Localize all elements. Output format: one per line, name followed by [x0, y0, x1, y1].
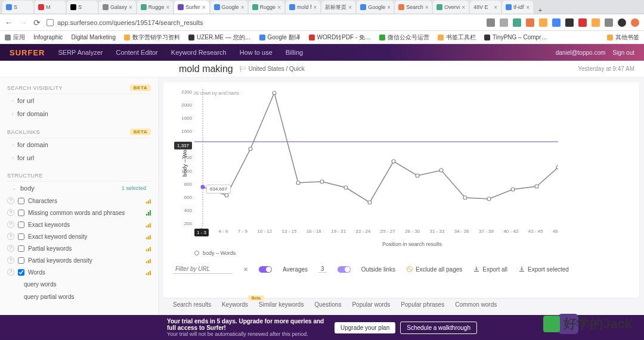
metric-exact-density[interactable]: ?Exact keyword density [7, 230, 151, 242]
tab[interactable]: Search× [395, 1, 432, 14]
ext-icon[interactable] [539, 18, 547, 27]
bookmark[interactable]: 书签工具栏 [438, 33, 476, 42]
upgrade-button[interactable]: Upgrade your plan [335, 322, 395, 333]
tab[interactable]: Galaxy× [99, 1, 136, 14]
ext-icon[interactable] [500, 18, 508, 27]
outside-toggle[interactable] [338, 266, 351, 273]
bookmark[interactable]: TinyPNG – Compr… [484, 34, 547, 40]
new-tab-button[interactable]: + [534, 7, 546, 14]
help-icon[interactable]: ? [7, 221, 14, 228]
nav-content-editor[interactable]: Content Editor [116, 49, 157, 56]
nav-how-to-use[interactable]: How to use [240, 49, 273, 56]
ext-icon[interactable] [552, 18, 561, 27]
metric-checkbox[interactable] [18, 257, 24, 264]
nav-billing[interactable]: Billing [286, 49, 303, 56]
ext-icon[interactable] [526, 18, 534, 27]
reload-icon[interactable]: ⟳ [33, 18, 41, 27]
tab-similar[interactable]: Similar keywords [259, 301, 304, 308]
metric-checkbox[interactable] [18, 198, 24, 204]
help-icon[interactable]: ? [7, 269, 14, 276]
help-icon[interactable]: ? [7, 209, 14, 216]
tab[interactable]: M [35, 1, 66, 14]
metric-words[interactable]: ?Words [7, 266, 151, 278]
metric-partial-density[interactable]: ?Partial keywords density [7, 254, 151, 266]
metric-missing-words[interactable]: ?Missing common words and phrases [7, 207, 151, 219]
ext-icon[interactable] [487, 18, 495, 27]
tab[interactable]: tf-idf× [502, 1, 533, 14]
tab[interactable]: Rugge× [137, 1, 173, 14]
chat-fab-icon[interactable] [558, 314, 578, 334]
bookmark[interactable]: 应用 [5, 33, 25, 42]
bookmark[interactable]: 其他书签 [607, 33, 639, 42]
location-badge[interactable]: 🏳️ United States / Quick [239, 65, 305, 72]
help-icon[interactable]: ? [7, 197, 14, 204]
sub-query-partial[interactable]: query partial words [7, 291, 151, 303]
line-chart[interactable] [194, 89, 558, 226]
ext-icon[interactable] [565, 18, 574, 27]
tab[interactable]: Google× [210, 1, 247, 14]
tab-keywords[interactable]: Keywords Beta [222, 301, 248, 308]
ext-icon[interactable] [578, 18, 587, 27]
metric-checkbox[interactable] [18, 269, 24, 276]
export-selected-button[interactable]: Export selected [518, 266, 569, 273]
tab[interactable]: 48V E× [470, 1, 501, 14]
metric-characters[interactable]: ?Characters [7, 195, 151, 207]
bookmark[interactable]: 数字营销学习资料 [124, 33, 180, 42]
forward-icon[interactable]: → [19, 18, 27, 27]
user-email[interactable]: daniel@toppo.com [556, 49, 606, 56]
tab[interactable]: S [67, 1, 98, 14]
metric-checkbox[interactable] [18, 233, 24, 240]
averages-value[interactable]: 3 [318, 266, 327, 273]
exclude-all-button[interactable]: Exclude all pages [406, 266, 462, 273]
bookmark[interactable]: WORD转PDF - 免… [309, 33, 371, 42]
bookmark[interactable]: Infographic [33, 34, 63, 40]
bookmark[interactable]: Digital Marketing [71, 34, 115, 40]
tab[interactable]: Overvi× [433, 1, 469, 14]
bookmark[interactable]: 微信公众号运营 [379, 33, 429, 42]
tab[interactable]: Google× [357, 1, 394, 14]
help-icon[interactable]: ? [7, 233, 14, 240]
back-icon[interactable]: ← [5, 18, 13, 27]
ext-icon[interactable] [592, 18, 600, 27]
averages-toggle[interactable] [259, 266, 272, 273]
metric-partial-keywords[interactable]: ?Partial keywords [7, 242, 151, 254]
bookmark[interactable]: UZER.ME — 您的… [188, 33, 251, 42]
sub-query-words[interactable]: query words [7, 278, 151, 291]
tab-popular-words[interactable]: Popular words [352, 301, 390, 308]
tab-search-results[interactable]: Search results [173, 301, 211, 308]
tab-common-words[interactable]: Common words [455, 301, 497, 308]
address-field[interactable]: app.surferseo.com/queries/195174/search_… [47, 19, 203, 26]
signout-link[interactable]: Sign out [612, 49, 634, 56]
ext-icon[interactable] [631, 18, 639, 27]
schedule-button[interactable]: Schedule a walkthrough [400, 322, 477, 334]
bookmark[interactable]: Google 翻译 [259, 33, 301, 42]
tab[interactable]: mold f× [286, 1, 320, 14]
tab-popular-phrases[interactable]: Popular phrases [401, 301, 444, 308]
metric-checkbox[interactable] [18, 245, 24, 252]
ext-icon[interactable] [513, 18, 521, 27]
help-icon[interactable]: ? [7, 257, 14, 264]
export-all-button[interactable]: Export all [473, 266, 507, 273]
nav-serp-analyzer[interactable]: SERP Analyzer [58, 49, 103, 56]
tab-active[interactable]: Surfer× [174, 1, 209, 14]
ext-icon[interactable] [605, 18, 613, 27]
metric-checkbox[interactable] [18, 210, 24, 216]
metric-checkbox[interactable] [18, 222, 24, 228]
sidebar-item-for-domain[interactable]: ›for domain [7, 138, 151, 151]
metric-exact-keywords[interactable]: ?Exact keywords [7, 219, 151, 230]
tab[interactable]: Rugge× [249, 1, 284, 14]
tab[interactable]: S [2, 1, 33, 14]
avatar[interactable] [618, 18, 626, 27]
tab[interactable]: 新标签页× [321, 1, 355, 14]
outside-label: Outside links [361, 266, 395, 273]
site-info-icon[interactable] [47, 19, 54, 26]
sidebar-item-for-url[interactable]: ›for url [7, 151, 151, 164]
sidebar-item-for-domain[interactable]: ›for domain [7, 107, 151, 120]
sidebar-item-body[interactable]: ⌄body1 selected [7, 182, 151, 195]
tab-questions[interactable]: Questions [314, 301, 341, 308]
help-icon[interactable]: ? [7, 245, 14, 252]
filter-url-input[interactable] [173, 264, 233, 274]
clear-filter-icon[interactable]: ✕ [243, 266, 248, 273]
sidebar-item-for-url[interactable]: ›for url [7, 94, 151, 107]
nav-keyword-research[interactable]: Keyword Research [171, 49, 227, 56]
